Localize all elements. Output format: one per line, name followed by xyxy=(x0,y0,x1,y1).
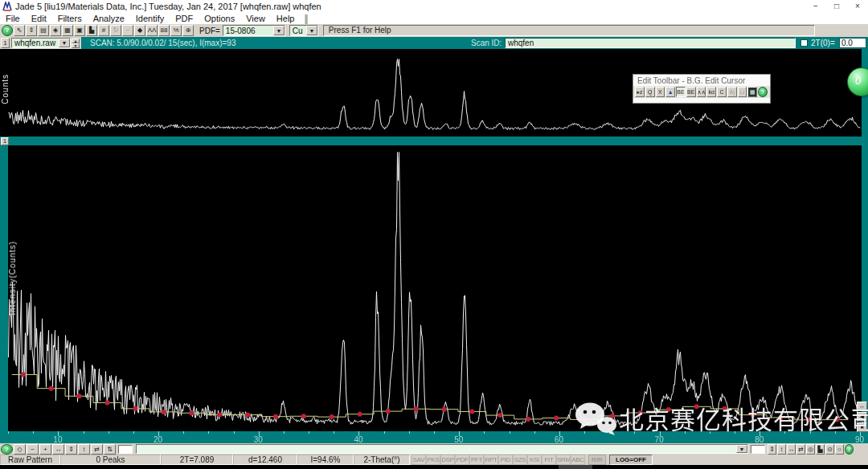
kalpha2-strip-icon[interactable]: kα xyxy=(706,87,716,97)
mdi-separator: ║ xyxy=(300,14,309,23)
chevron-down-icon[interactable]: ▼ xyxy=(273,26,285,35)
two-theta-zero-input[interactable] xyxy=(839,38,866,48)
compress-x-button[interactable]: ↔ xyxy=(787,444,796,455)
menu-filters[interactable]: Filters xyxy=(52,13,88,24)
collapse-panel-button[interactable]: ↔ xyxy=(857,402,867,411)
log-scale-toggle[interactable]: LOG=OFF xyxy=(609,455,653,465)
overlay-list-icon[interactable]: 88 xyxy=(158,25,170,36)
anode-combo[interactable]: Cu ▼ xyxy=(289,25,318,36)
status-bar: Raw Pattern0 Peaks2T=7.089d=12.460I=94.6… xyxy=(0,455,868,465)
scan-id-input[interactable] xyxy=(505,38,796,48)
status-btn-fit[interactable]: FIT xyxy=(542,455,556,465)
pattern-view-icon[interactable]: ▙ xyxy=(86,25,97,36)
close-icon[interactable]: × xyxy=(847,0,868,13)
chevron-down-icon[interactable]: ▼ xyxy=(59,39,70,47)
zoom-out-button[interactable]: − xyxy=(27,444,39,455)
file-combo-value: whqfen.raw xyxy=(12,39,59,47)
help-icon[interactable]: ? xyxy=(2,25,13,36)
status-btn-pks[interactable]: PKS xyxy=(426,455,440,465)
peak-area-icon[interactable]: ▲ xyxy=(665,87,675,97)
profile-fit-icon[interactable]: ∧∧ xyxy=(697,87,706,97)
help-hint-text: Press F1 for Help xyxy=(323,25,815,36)
status-btn-abc[interactable]: ABC xyxy=(571,455,585,465)
smooth-c-icon[interactable]: C xyxy=(717,87,727,97)
status-btn-sav[interactable]: SAV xyxy=(411,455,426,465)
dock-panel-button[interactable]: ■ xyxy=(857,422,867,432)
fix-points-icon[interactable]: X xyxy=(656,87,665,97)
open-file-icon[interactable]: ▤ xyxy=(38,25,49,36)
expand-y-button[interactable]: ⇕ xyxy=(65,444,77,455)
expand-x-button[interactable]: ↔ xyxy=(52,444,64,455)
status-btn-dsp[interactable]: DSP xyxy=(440,455,455,465)
scale-down-button[interactable]: ↕ xyxy=(777,444,786,455)
menu-view[interactable]: View xyxy=(240,13,271,24)
menu-file[interactable]: File xyxy=(0,13,26,24)
reset-view-button[interactable]: ◇ xyxy=(14,444,26,455)
rir-button[interactable]: RIR xyxy=(588,455,606,465)
spin-updown-icon[interactable]: ⇕ xyxy=(26,25,37,36)
file-spinner[interactable]: ▲▼ xyxy=(72,39,80,48)
area-view-button[interactable]: ▙ xyxy=(816,444,825,455)
bg-edit-icon[interactable]: BE xyxy=(676,87,686,97)
main-chart-canvas[interactable] xyxy=(0,145,868,431)
bg-cursor-icon[interactable]: ▸z xyxy=(635,87,645,97)
web-globe-icon[interactable]: ⊕ xyxy=(182,25,194,36)
status-btn-szs[interactable]: SZS xyxy=(513,455,527,465)
status-peaks-count: 0 Peaks xyxy=(60,455,161,465)
settings-button[interactable]: ⊙ xyxy=(825,444,834,455)
options-button[interactable]: ○ xyxy=(835,444,844,455)
window-title: Jade 5 [liu19/Materials Data, Inc.] Tues… xyxy=(15,2,321,11)
status-btn-srm[interactable]: SRM xyxy=(556,455,571,465)
status-btn-ksi[interactable]: KSI xyxy=(527,455,542,465)
overlay-toggle-button[interactable]: ◎ xyxy=(806,444,815,455)
nav-help-right-button[interactable]: ? xyxy=(845,444,854,455)
status-btn-pid[interactable]: PID xyxy=(498,455,513,465)
separator-stack-button[interactable]: 1 xyxy=(1,137,9,145)
save-rotate-icon[interactable]: ◈ xyxy=(50,25,61,36)
status-btn-rpt[interactable]: RPT xyxy=(484,455,498,465)
profile-peaks-icon[interactable]: ΛΛ xyxy=(146,25,158,36)
chevron-down-icon[interactable]: ▼ xyxy=(306,26,317,35)
shift-y-button[interactable]: ⇅ xyxy=(104,444,116,455)
menu-help[interactable]: Help xyxy=(271,13,301,24)
bg-refine-icon[interactable]: BE xyxy=(686,87,696,97)
status-d-spacing-readout: d=12.460 xyxy=(233,455,297,465)
pdf-combo[interactable]: 15-0806 ▼ xyxy=(223,25,285,36)
scale-up-button[interactable]: ⇕ xyxy=(768,444,776,455)
nav-value-field-2[interactable] xyxy=(751,445,765,454)
restore-icon[interactable]: □ xyxy=(826,0,847,13)
smooth-curve-icon: ~ xyxy=(122,25,133,36)
status-btn-pft[interactable]: PFT xyxy=(469,455,484,465)
zoom-in-button[interactable]: + xyxy=(39,444,51,455)
peak-cursor-icon[interactable]: ◆ xyxy=(134,25,145,36)
print-icon[interactable]: ▦ xyxy=(62,25,73,36)
zoom-tool-icon[interactable]: Q xyxy=(645,87,655,97)
minimize-icon[interactable]: − xyxy=(805,0,826,13)
shift-x-button[interactable]: ⇄ xyxy=(91,444,103,455)
crosshair-icon[interactable]: # xyxy=(98,25,109,36)
cursor-mode-icon[interactable]: ⇖ xyxy=(14,25,25,36)
horizontal-scrollbar[interactable]: ▼ xyxy=(136,444,748,454)
edit-help-icon[interactable]: ? xyxy=(758,87,768,97)
overview-y-axis-label: Counts xyxy=(1,74,10,104)
slide-panel-button[interactable]: ◀ xyxy=(857,412,867,422)
pattern-stack-button[interactable]: 1 xyxy=(1,38,10,48)
nav-help-button[interactable]: ? xyxy=(1,444,13,455)
menu-pdf[interactable]: PDF xyxy=(170,13,199,24)
two-theta-zero-checkbox[interactable] xyxy=(800,39,808,47)
menu-identify[interactable]: Identify xyxy=(130,13,170,24)
file-combo[interactable]: whqfen.raw ▼ xyxy=(11,38,71,48)
chevron-down-icon[interactable]: ▼ xyxy=(736,445,747,453)
menu-analyze[interactable]: Analyze xyxy=(88,13,130,24)
grid-view-icon[interactable]: ▦ xyxy=(747,87,757,97)
percent-scale-icon[interactable]: % xyxy=(170,25,182,36)
fit-height-button[interactable]: ↕ xyxy=(78,444,90,455)
menu-options[interactable]: Options xyxy=(199,13,240,24)
nav-value-field[interactable] xyxy=(118,445,133,454)
pan-x-button[interactable]: ⇄ xyxy=(796,444,805,455)
taskbar-peek xyxy=(559,465,592,469)
menu-edit[interactable]: Edit xyxy=(26,13,52,24)
title-bar: Jade 5 [liu19/Materials Data, Inc.] Tues… xyxy=(0,0,868,13)
display-setup-icon[interactable]: ▣ xyxy=(74,25,85,36)
status-btn-pdf[interactable]: PDF xyxy=(455,455,469,465)
